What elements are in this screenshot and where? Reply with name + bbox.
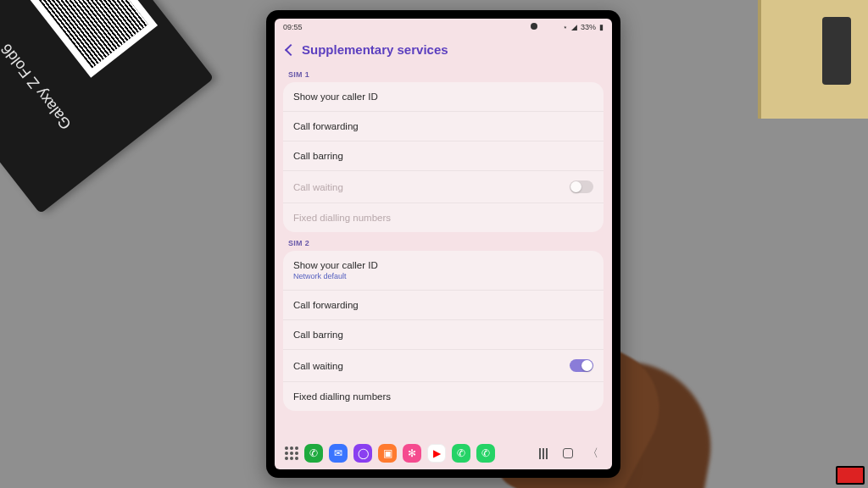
taskbar: ✆ ✉ ◯ ▣ ✻ ▶ ✆ ✆ 〈 <box>275 437 612 469</box>
sim1-fixed-dialling[interactable]: Fixed dialling numbers <box>283 203 604 232</box>
sim2-call-barring[interactable]: Call barring <box>283 320 604 350</box>
row-label: Call waiting <box>293 182 343 192</box>
hinge <box>822 17 851 85</box>
phone-app-icon[interactable]: ✆ <box>304 444 323 463</box>
row-label: Show your caller ID <box>293 92 378 102</box>
app-icon-orange[interactable]: ▣ <box>378 444 397 463</box>
nav-recent-icon[interactable] <box>534 448 553 459</box>
sim2-call-waiting[interactable]: Call waiting <box>283 350 604 382</box>
status-time: 09:55 <box>283 23 303 31</box>
nav-home-icon[interactable] <box>559 448 577 458</box>
sim1-call-forwarding[interactable]: Call forwarding <box>283 112 604 141</box>
watermark-icon <box>836 466 865 485</box>
row-label: Call forwarding <box>293 121 359 131</box>
row-label: Fixed dialling numbers <box>293 213 391 223</box>
youtube-app-icon[interactable]: ▶ <box>427 444 446 463</box>
status-right: ⋆ ◢ 33% ▮ <box>563 23 604 31</box>
whatsapp-business-app-icon[interactable]: ✆ <box>476 444 495 463</box>
nav-back-icon[interactable]: 〈 <box>583 446 602 461</box>
row-label: Call barring <box>293 151 343 161</box>
product-box: Galaxy Z Fold6 <box>0 0 214 214</box>
app-drawer-icon[interactable] <box>285 446 298 460</box>
sim2-call-forwarding[interactable]: Call forwarding <box>283 291 604 320</box>
tablet-device: 09:55 ⋆ ◢ 33% ▮ Supplementary services S… <box>266 10 620 478</box>
app-icon-pink[interactable]: ✻ <box>403 444 421 463</box>
sim1-call-waiting-toggle[interactable] <box>570 180 593 193</box>
row-label: Call forwarding <box>293 300 359 310</box>
wifi-icon: ⋆ <box>563 23 568 31</box>
sim2-label: SIM 2 <box>283 232 604 251</box>
row-label: Show your caller ID <box>293 260 378 270</box>
content: SIM 1 Show your caller ID Call forwardin… <box>275 64 612 437</box>
row-label: Call barring <box>293 330 343 340</box>
row-label: Fixed dialling numbers <box>293 391 391 402</box>
back-icon[interactable] <box>285 43 297 55</box>
messages-app-icon[interactable]: ✉ <box>329 444 348 463</box>
app-icon-purple[interactable]: ◯ <box>353 444 372 463</box>
sim2-fixed-dialling[interactable]: Fixed dialling numbers <box>283 382 604 411</box>
whatsapp-app-icon[interactable]: ✆ <box>452 444 470 463</box>
sim1-label: SIM 1 <box>283 64 604 82</box>
row-sublabel: Network default <box>293 272 378 280</box>
header: Supplementary services <box>275 36 612 64</box>
sim1-card: Show your caller ID Call forwarding Call… <box>283 82 604 232</box>
sim2-caller-id[interactable]: Show your caller ID Network default <box>283 251 604 291</box>
battery-icon: ▮ <box>599 23 604 31</box>
product-brand: Galaxy Z Fold6 <box>0 40 75 132</box>
sim2-card: Show your caller ID Network default Call… <box>283 251 604 411</box>
signal-icon: ◢ <box>571 23 577 31</box>
battery-label: 33% <box>581 23 596 31</box>
screen: 09:55 ⋆ ◢ 33% ▮ Supplementary services S… <box>275 19 612 469</box>
sim2-call-waiting-toggle[interactable] <box>570 359 593 372</box>
row-label: Call waiting <box>293 361 343 371</box>
sim1-caller-id[interactable]: Show your caller ID <box>283 82 604 112</box>
barcode <box>28 0 158 78</box>
page-title: Supplementary services <box>302 42 448 57</box>
sim1-call-waiting[interactable]: Call waiting <box>283 171 604 203</box>
sim1-call-barring[interactable]: Call barring <box>283 141 604 171</box>
wooden-block <box>758 0 868 119</box>
camera-hole-icon <box>531 23 537 30</box>
status-bar: 09:55 ⋆ ◢ 33% ▮ <box>275 19 612 36</box>
